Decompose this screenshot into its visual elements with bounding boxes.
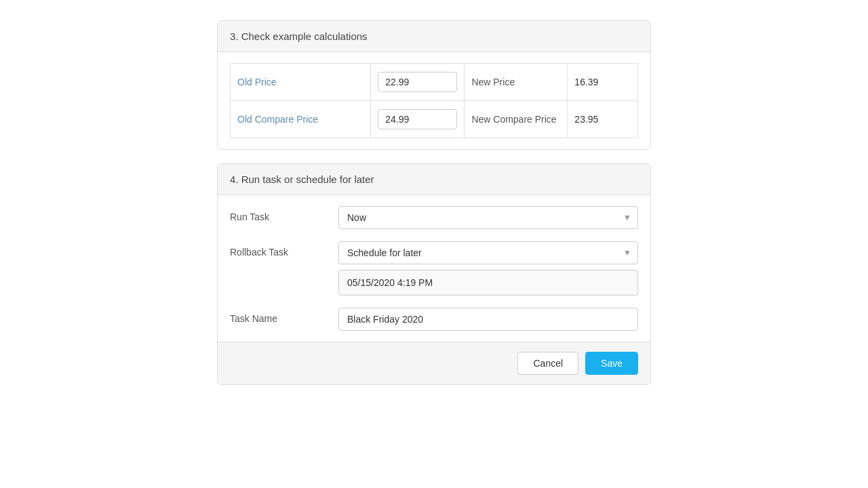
calc-input-cell-0 — [371, 64, 465, 101]
page-container: 3. Check example calculations Old Price … — [217, 20, 651, 385]
calc-label-1: Old Compare Price — [231, 101, 371, 138]
datetime-input[interactable] — [347, 277, 629, 288]
calc-result-value-0: 16.39 — [568, 64, 638, 101]
task-name-row: Task Name — [230, 308, 638, 331]
section3-header: 3. Check example calculations — [218, 21, 650, 52]
rollback-task-label: Rollback Task — [230, 241, 338, 258]
calc-input-0[interactable] — [378, 72, 457, 92]
datetime-box — [338, 270, 638, 296]
card-footer: Cancel Save — [218, 342, 650, 384]
rollback-task-control: NowSchedule for later ▼ — [338, 241, 638, 296]
section3-card: 3. Check example calculations Old Price … — [217, 20, 651, 150]
calc-result-label-1: New Compare Price — [465, 101, 568, 138]
calc-label-0: Old Price — [231, 64, 371, 101]
run-task-row: Run Task NowSchedule for later ▼ — [230, 206, 638, 229]
calc-result-value-1: 23.95 — [568, 101, 638, 138]
run-task-label: Run Task — [230, 206, 338, 222]
cancel-button[interactable]: Cancel — [517, 352, 578, 375]
section4-header: 4. Run task or schedule for later — [218, 164, 650, 195]
calc-input-cell-1 — [371, 101, 465, 138]
section4-title: 4. Run task or schedule for later — [230, 174, 374, 185]
task-name-input[interactable] — [338, 308, 638, 331]
calculations-table: Old Price New Price 16.39 Old Compare Pr… — [230, 63, 638, 138]
calc-result-label-0: New Price — [465, 64, 568, 101]
save-button[interactable]: Save — [585, 352, 638, 375]
rollback-task-select[interactable]: NowSchedule for later — [338, 241, 638, 264]
task-name-control — [338, 308, 638, 331]
rollback-task-row: Rollback Task NowSchedule for later ▼ — [230, 241, 638, 296]
calc-row-1: Old Compare Price New Compare Price 23.9… — [231, 101, 638, 138]
run-task-select-wrapper: NowSchedule for later ▼ — [338, 206, 638, 229]
run-task-control: NowSchedule for later ▼ — [338, 206, 638, 229]
calc-row-0: Old Price New Price 16.39 — [231, 64, 638, 101]
run-task-select[interactable]: NowSchedule for later — [338, 206, 638, 229]
task-name-label: Task Name — [230, 308, 338, 324]
section3-body: Old Price New Price 16.39 Old Compare Pr… — [218, 52, 650, 149]
section3-title: 3. Check example calculations — [230, 30, 368, 42]
section4-card: 4. Run task or schedule for later Run Ta… — [217, 163, 651, 385]
rollback-task-select-wrapper: NowSchedule for later ▼ — [338, 241, 638, 264]
section4-body: Run Task NowSchedule for later ▼ Rollbac… — [218, 195, 650, 342]
calc-input-1[interactable] — [378, 109, 457, 129]
